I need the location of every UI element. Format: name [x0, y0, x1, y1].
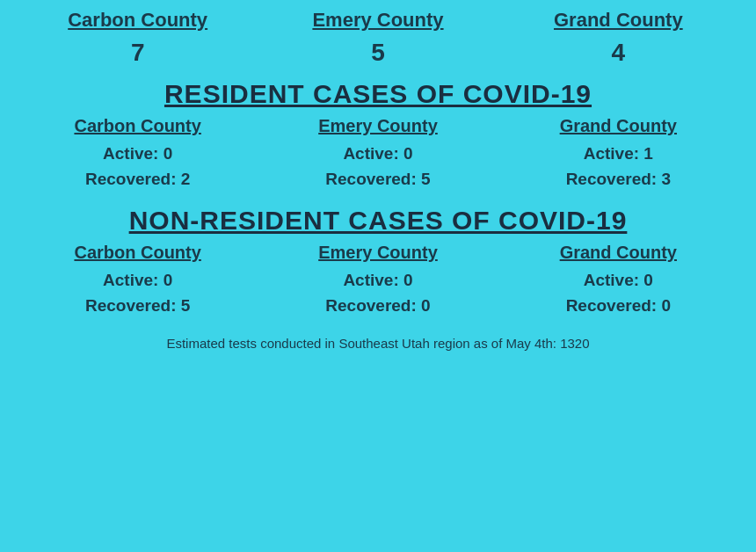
nonresident-grand-name: Grand County: [498, 243, 738, 263]
grand-total-name: Grand County: [554, 9, 683, 31]
resident-carbon-active: Active: 0: [18, 142, 258, 167]
resident-grand: Grand County Active: 1 Recovered: 3: [498, 116, 738, 192]
grand-total-count: 4: [498, 39, 738, 67]
resident-grand-recovered: Recovered: 3: [498, 167, 738, 192]
nonresident-section-header: NON-RESIDENT CASES OF COVID-19: [129, 206, 628, 236]
resident-county-row: Carbon County Active: 0 Recovered: 2 Eme…: [18, 116, 738, 192]
emery-total-count: 5: [258, 39, 498, 67]
carbon-total-count: 7: [18, 39, 258, 67]
resident-section-header: RESIDENT CASES OF COVID-19: [164, 79, 592, 109]
totals-row: Carbon County 7 Emery County 5 Grand Cou…: [18, 9, 738, 67]
grand-total: Grand County 4: [498, 9, 738, 67]
carbon-total: Carbon County 7: [18, 9, 258, 67]
nonresident-carbon-active: Active: 0: [18, 268, 258, 294]
resident-carbon-name: Carbon County: [18, 116, 258, 136]
nonresident-emery: Emery County Active: 0 Recovered: 0: [258, 243, 498, 318]
emery-total-name: Emery County: [312, 9, 443, 31]
nonresident-carbon-name: Carbon County: [18, 243, 258, 263]
emery-total: Emery County 5: [258, 9, 498, 67]
nonresident-emery-name: Emery County: [258, 243, 498, 263]
resident-carbon-recovered: Recovered: 2: [18, 167, 258, 192]
resident-emery: Emery County Active: 0 Recovered: 5: [258, 116, 498, 192]
nonresident-grand-active: Active: 0: [498, 268, 738, 294]
resident-grand-name: Grand County: [498, 116, 738, 136]
resident-emery-recovered: Recovered: 5: [258, 167, 498, 192]
nonresident-emery-recovered: Recovered: 0: [258, 294, 498, 319]
nonresident-carbon: Carbon County Active: 0 Recovered: 5: [18, 243, 258, 318]
nonresident-grand: Grand County Active: 0 Recovered: 0: [498, 243, 738, 318]
footer-note: Estimated tests conducted in Southeast U…: [166, 336, 589, 351]
resident-grand-active: Active: 1: [498, 142, 738, 167]
resident-carbon: Carbon County Active: 0 Recovered: 2: [18, 116, 258, 192]
resident-emery-name: Emery County: [258, 116, 498, 136]
carbon-total-name: Carbon County: [68, 9, 207, 31]
nonresident-emery-active: Active: 0: [258, 268, 498, 294]
nonresident-county-row: Carbon County Active: 0 Recovered: 5 Eme…: [18, 243, 738, 318]
nonresident-carbon-recovered: Recovered: 5: [18, 294, 258, 319]
resident-emery-active: Active: 0: [258, 142, 498, 167]
nonresident-grand-recovered: Recovered: 0: [498, 294, 738, 319]
